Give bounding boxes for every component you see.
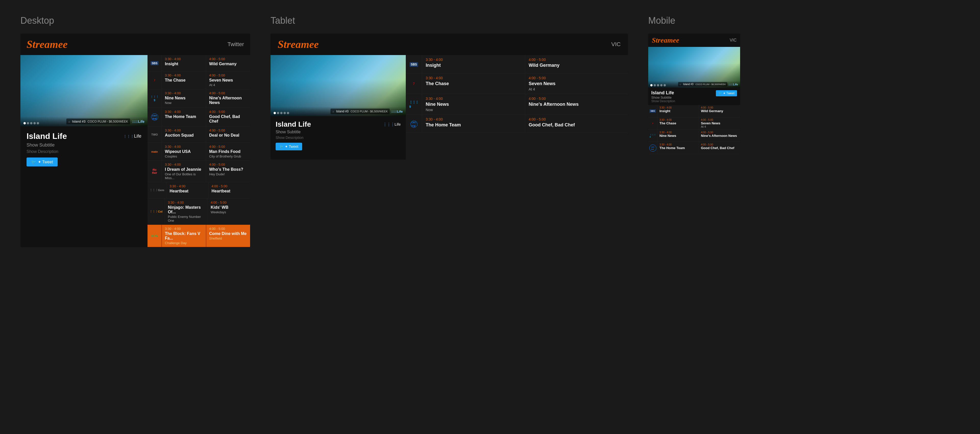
desktop-guide-panel[interactable]: SBS 3:30 - 4:00 Insight 4:00 - 5:00 Wild… [148,55,250,247]
desktop-app-frame: Streamee Twitter [21,34,250,247]
program-slot-1[interactable]: 3:30 - 4:00 The Home Team [162,108,206,126]
mobile-guide-row[interactable]: central 3:30 - 4:00 The Home Team 4:00 -… [648,142,740,154]
mobile-channel-logo-seven: 7 [652,122,653,125]
guide-row[interactable]: 7 3:30 - 4:00 The Chase 4:00 - 5:00 Seve… [148,71,250,89]
mobile-program-slot-1[interactable]: 3:30 - 4:00 The Home Team [657,142,699,154]
mobile-guide-row[interactable]: ⋮⋮⋮9 3:30 - 4:00 Nine News 4:00 - 5:00 N… [648,130,740,142]
guide-row[interactable]: SBS 3:30 - 4:00 Insight 4:00 - 5:00 Wild… [148,55,250,71]
twitter-link[interactable]: Twitter [228,41,244,48]
program-slot-1[interactable]: 3:30 - 4:00 Auction Squad [162,127,206,143]
tablet-program-slot-2[interactable]: 4:00 - 5:00 Good Chef, Bad Chef [525,115,628,133]
tablet-guide-row[interactable]: ⋮⋮⋮9 3:30 - 4:00 Nine News Now 4:00 - 5:… [406,94,628,115]
program-slot-2[interactable]: 4:00 - 5:00 Kids' WB Weekdays [207,198,250,225]
program-slot-1[interactable]: 3:30 - 4:00 Nine News Now [162,89,206,108]
channel-cell: ⋮⋮⋮Col [148,198,165,225]
guide-row[interactable]: central 3:30 - 4:00 The Home Team 4:00 -… [148,108,250,127]
mobile-program-slot-1[interactable]: 3:30 - 4:00 Insight [657,105,699,117]
program-time-1: 3:30 - 4:00 [169,184,205,188]
mobile-program-slot-2[interactable]: 4:00 - 5:00 Wild Germany [699,105,740,117]
program-slot-2[interactable]: 4:00 - 5:00 Wild Germany [206,55,250,71]
program-slot-2[interactable]: 4:00 - 5:00 Seven News At 4 [206,71,250,89]
program-slot-2[interactable]: 4:00 - 5:00 Heartbeat [208,182,250,198]
mobile-program-time-2: 4:00 - 5:00 [701,131,738,134]
mobile-program-name-2: Wild Germany [701,109,738,113]
program-slot-1[interactable]: 3:30 - 4:00 The Block: Fans V Fa... Chal… [162,225,206,247]
mobile-programs-cell: 3:30 - 4:00 The Chase 4:00 - 5:00 Seven … [657,117,740,130]
mobile-guide-row[interactable]: 7 3:30 - 4:00 The Chase 4:00 - 5:00 Seve… [648,117,740,130]
mobile-guide-row[interactable]: SBS 3:30 - 4:00 Insight 4:00 - 5:00 Wild… [648,105,740,117]
tablet-program-slot-2[interactable]: 4:00 - 5:00 Seven News At 4 [525,73,628,94]
guide-row[interactable]: ⋮⋮⋮9 3:30 - 4:00 Nine News Now 4:00 - 5:… [148,89,250,108]
tablet-program-slot-2[interactable]: 4:00 - 5:00 Nine's Afternoon News [525,94,628,114]
program-name-1: Insight [165,62,203,66]
desktop-tweet-button[interactable]: 🐦 ✦ Tweet [27,157,58,166]
tablet-program-sub-1: Now [426,108,522,112]
mobile-program-slot-1[interactable]: 3:30 - 4:00 The Chase [657,117,699,130]
tablet-program-slot-1[interactable]: 3:30 - 4:00 Insight [422,55,525,73]
guide-row[interactable]: flixflair 3:30 - 4:00 I Dream of Jeannie… [148,160,250,182]
channel-logo-seven: 7 [154,79,155,82]
mobile-hero-image[interactable]: ⌂ Island #3 COCO PLUM - $6,500/WEEK ::::… [648,47,740,88]
mobile-tweet-button[interactable]: 🐦 ✦ Tweet [716,90,737,96]
tablet-guide[interactable]: SBS 3:30 - 4:00 Insight 4:00 - 5:00 Wild… [406,55,628,160]
program-name-1: Heartbeat [169,189,205,193]
mobile-vic: VIC [730,38,737,43]
mobile-island-name: Island #3 [683,83,694,86]
channel-cell: mate [148,143,162,160]
tablet-program-slot-1[interactable]: 3:30 - 4:00 Nine News Now [422,94,525,114]
program-time-2: 4:00 - 5:00 [209,91,247,95]
tablet-life-badge: :::::Life [391,109,403,113]
tablet-guide-row[interactable]: 7 3:30 - 4:00 The Chase 4:00 - 5:00 Seve… [406,73,628,94]
program-slot-1[interactable]: 3:30 - 4:00 Insight [162,55,206,71]
guide-row[interactable]: 9Life 3:30 - 4:00 The Block: Fans V Fa..… [148,225,250,247]
channel-logo-lifejungle: 9Life [151,234,158,238]
program-slot-1[interactable]: 3:30 - 4:00 Ninjago: Masters Of... Publi… [165,198,208,225]
guide-row[interactable]: mate 3:30 - 4:00 Wipeout USA Couples 4:0… [148,143,250,160]
program-time-2: 4:00 - 5:00 [209,110,247,114]
program-time-2: 4:00 - 5:00 [209,128,247,132]
program-name-2: Nine's Afternoon News [209,96,247,105]
twitter-bird-icon: 🐦 [31,160,36,165]
mobile-program-name-1: Nine News [659,134,697,138]
tablet-show-title: Island Life [275,120,311,128]
program-slot-1[interactable]: 3:30 - 4:00 Wipeout USA Couples [162,143,206,160]
program-slot-2[interactable]: 4:00 - 5:00 Deal or No Deal [206,127,250,143]
tablet-program-slot-1[interactable]: 3:30 - 4:00 The Home Team [422,115,525,133]
program-time-2: 4:00 - 5:00 [209,227,247,231]
mobile-program-sub-2: At 4 [701,125,738,128]
mobile-program-name-1: Insight [659,109,697,113]
program-slot-1[interactable]: 3:30 - 4:00 Heartbeat [166,182,208,198]
channel-cell: ⋮⋮⋮Gem [148,182,166,198]
guide-row[interactable]: TWO 3:30 - 4:00 Auction Squad 4:00 - 5:0… [148,127,250,143]
tablet-program-slot-1[interactable]: 3:30 - 4:00 The Chase [422,73,525,94]
program-name-2: Heartbeat [212,189,247,193]
tablet-hero-image[interactable]: ⌂ Island #3 COCO PLUM - $6,500/WEEK ::::… [270,55,406,116]
mobile-program-slot-2[interactable]: 4:00 - 5:00 Nine's Afternoon News [699,130,740,142]
guide-row[interactable]: ⋮⋮⋮Col 3:30 - 4:00 Ninjago: Masters Of..… [148,198,250,225]
channel-logo-central: central [151,113,158,120]
tablet-guide-row[interactable]: SBS 3:30 - 4:00 Insight 4:00 - 5:00 Wild… [406,55,628,73]
desktop-hero-image[interactable]: ⌂ Island #3 COCO PLUM - $6,500/WEEK ::::… [21,55,148,127]
program-slot-1[interactable]: 3:30 - 4:00 I Dream of Jeannie One of Ou… [162,160,206,182]
program-slot-2[interactable]: 4:00 - 5:00 Come Dine with Me Sheffield [206,225,250,247]
program-slot-1[interactable]: 3:30 - 4:00 The Chase [162,71,206,89]
tablet-program-slot-2[interactable]: 4:00 - 5:00 Wild Germany [525,55,628,73]
tablet-tweet-button[interactable]: 🐦 ✦ Tweet [275,143,302,150]
program-slot-2[interactable]: 4:00 - 5:00 Man Finds Food City of Broth… [206,143,250,160]
programs-cell: 3:30 - 4:00 The Block: Fans V Fa... Chal… [162,225,250,247]
program-name-2: Good Chef, Bad Chef [209,114,247,124]
program-slot-2[interactable]: 4:00 - 5:00 Nine's Afternoon News [206,89,250,108]
mobile-program-slot-1[interactable]: 3:30 - 4:00 Nine News [657,130,699,142]
tablet-guide-row[interactable]: central 3:30 - 4:00 The Home Team 4:00 -… [406,115,628,133]
guide-row[interactable]: ⋮⋮⋮Gem 3:30 - 4:00 Heartbeat 4:00 - 5:00… [148,182,250,198]
mobile-program-slot-2[interactable]: 4:00 - 5:00 Good Chef, Bad Chef [699,142,740,154]
mobile-island-detail: COCO PLUM - $6,500/WEEK [695,83,726,86]
mobile-guide[interactable]: SBS 3:30 - 4:00 Insight 4:00 - 5:00 Wild… [648,105,740,154]
mobile-show-desc: Show Description [651,100,675,103]
tablet-program-time-1: 3:30 - 4:00 [426,76,522,80]
mobile-program-slot-2[interactable]: 4:00 - 5:00 Seven News At 4 [699,117,740,130]
program-name-1: Wipeout USA [165,149,203,154]
program-slot-2[interactable]: 4:00 - 5:00 Good Chef, Bad Chef [206,108,250,126]
channel-cell: TWO [148,127,162,143]
program-slot-2[interactable]: 4:00 - 5:00 Who's The Boss? Hey Dude! [206,160,250,182]
